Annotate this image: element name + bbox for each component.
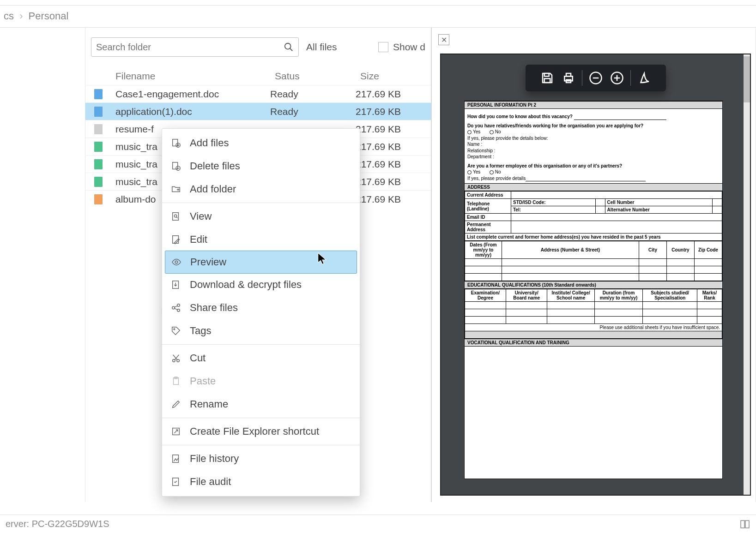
breadcrumb-current[interactable]: Personal <box>29 10 69 22</box>
menu-share[interactable]: Share files <box>162 296 360 319</box>
edit-icon <box>170 234 181 245</box>
svg-line-1 <box>290 48 293 51</box>
file-size: 217.69 KB <box>356 159 432 170</box>
doc-no2: No <box>495 169 501 174</box>
view-icon <box>170 211 181 222</box>
close-preview-button[interactable]: ✕ <box>438 34 449 45</box>
breadcrumb-sep: › <box>19 10 23 22</box>
doc-section-vocational: VOCATIONAL QUALIFICATION AND TRAINING <box>465 339 722 347</box>
menu-label: Paste <box>190 375 216 387</box>
delete-files-icon <box>170 161 181 172</box>
print-icon[interactable] <box>561 70 576 86</box>
svg-rect-44 <box>745 521 749 528</box>
shortcut-icon <box>170 426 181 437</box>
pdf-scrollbar[interactable] <box>744 54 750 495</box>
menu-label: File history <box>190 453 239 465</box>
menu-shortcut[interactable]: Create File Explorer shortcut <box>162 420 360 443</box>
doc-section-personal: PERSONAL INFORMATION Pt 2 <box>465 101 722 109</box>
status-server: erver: PC-G22G5D9W1S <box>6 519 109 529</box>
menu-label: Download & decrypt files <box>190 279 302 291</box>
tags-icon <box>170 325 181 336</box>
col-filename[interactable]: Filename <box>111 68 270 84</box>
menu-paste: Paste <box>162 370 360 393</box>
menu-label: Edit <box>190 234 207 246</box>
menu-history[interactable]: File history <box>162 447 360 470</box>
menu-add-files[interactable]: Add files <box>162 132 360 155</box>
audit-icon <box>170 476 181 487</box>
menu-cut[interactable]: Cut <box>162 347 360 370</box>
menu-edit[interactable]: Edit <box>162 228 360 251</box>
zoom-in-icon[interactable] <box>609 70 625 86</box>
pdf-page: PERSONAL INFORMATION Pt 2 How did you co… <box>464 101 723 479</box>
file-status: Ready <box>270 106 356 117</box>
breadcrumb[interactable]: cs › Personal <box>0 6 756 28</box>
svg-point-30 <box>177 309 180 312</box>
doc-q-relatives: Do you have relatives/friends working fo… <box>467 123 720 129</box>
menu-delete-files[interactable]: Delete files <box>162 155 360 178</box>
svg-rect-2 <box>544 73 549 76</box>
doc-details-below: If yes, please provide the details below… <box>467 135 720 142</box>
svg-point-0 <box>285 43 291 49</box>
show-d-checkbox[interactable] <box>378 42 388 52</box>
col-size[interactable]: Size <box>356 68 432 84</box>
menu-label: Add files <box>190 137 229 149</box>
doc-relationship: Relationship : <box>467 148 720 154</box>
search-input-wrap[interactable] <box>91 37 299 57</box>
address-history-table: Dates (From mm/yy to mm/yy)Address (Numb… <box>465 241 722 281</box>
col-icon[interactable] <box>85 73 111 79</box>
menu-label: Create File Explorer shortcut <box>190 425 319 437</box>
file-icon <box>94 124 103 134</box>
filter-all-files[interactable]: All files <box>306 42 337 53</box>
zoom-out-icon[interactable] <box>588 70 604 86</box>
pdf-scroll-thumb[interactable] <box>744 56 750 102</box>
svg-rect-21 <box>173 213 179 221</box>
doc-section-education: EDUCATIONAL QUALIFICATIONS (10th Standar… <box>465 281 722 289</box>
menu-separator <box>162 445 360 445</box>
table-row[interactable]: Case1-engagement.docReady217.69 KB <box>85 85 431 102</box>
menu-view[interactable]: View <box>162 205 360 228</box>
left-gutter <box>0 28 85 502</box>
rename-icon <box>170 399 181 410</box>
show-d-label: Show d <box>393 42 425 53</box>
menu-label: Tags <box>190 325 211 337</box>
menu-label: View <box>190 210 212 222</box>
col-status[interactable]: Satus <box>270 68 356 84</box>
svg-line-23 <box>176 217 178 218</box>
search-icon[interactable] <box>284 42 294 52</box>
doc-details: If yes, please provide details <box>467 176 526 181</box>
toolbar-separator <box>582 70 582 86</box>
table-header: Filename Satus Size <box>85 67 431 85</box>
menu-label: Add folder <box>190 183 236 195</box>
doc-section-address: ADDRESS <box>465 183 722 191</box>
add-files-icon <box>170 138 181 149</box>
svg-line-31 <box>174 305 177 307</box>
share-icon <box>170 302 181 313</box>
file-size: 217.69 KB <box>356 141 432 152</box>
paste-icon <box>170 376 181 387</box>
menu-download[interactable]: Download & decrypt files <box>162 273 360 296</box>
menu-tags[interactable]: Tags <box>162 319 360 342</box>
menu-label: Rename <box>190 398 228 410</box>
menu-add-folder[interactable]: Add folder <box>162 178 360 201</box>
toolbar-separator <box>630 70 631 86</box>
svg-point-33 <box>174 329 175 330</box>
file-size: 217.69 KB <box>356 124 432 135</box>
menu-label: Preview <box>190 256 226 268</box>
menu-separator <box>162 418 360 418</box>
status-bar: erver: PC-G22G5D9W1S <box>0 515 756 533</box>
menu-separator <box>162 344 360 345</box>
acrobat-icon[interactable] <box>636 70 652 86</box>
preview-icon <box>171 257 182 268</box>
show-d-toggle[interactable]: Show d <box>378 42 425 53</box>
add-folder-icon <box>170 184 181 195</box>
menu-rename[interactable]: Rename <box>162 393 360 416</box>
file-size: 217.69 KB <box>356 176 432 187</box>
search-input[interactable] <box>96 42 284 53</box>
window-top-border <box>0 0 756 6</box>
pdf-toolbar <box>526 65 666 91</box>
save-icon[interactable] <box>539 70 555 86</box>
table-row[interactable]: application(1).docReady217.69 KB <box>85 102 431 120</box>
status-layout-icon[interactable] <box>739 519 750 530</box>
menu-audit[interactable]: File audit <box>162 470 360 493</box>
breadcrumb-prev[interactable]: cs <box>4 10 14 22</box>
